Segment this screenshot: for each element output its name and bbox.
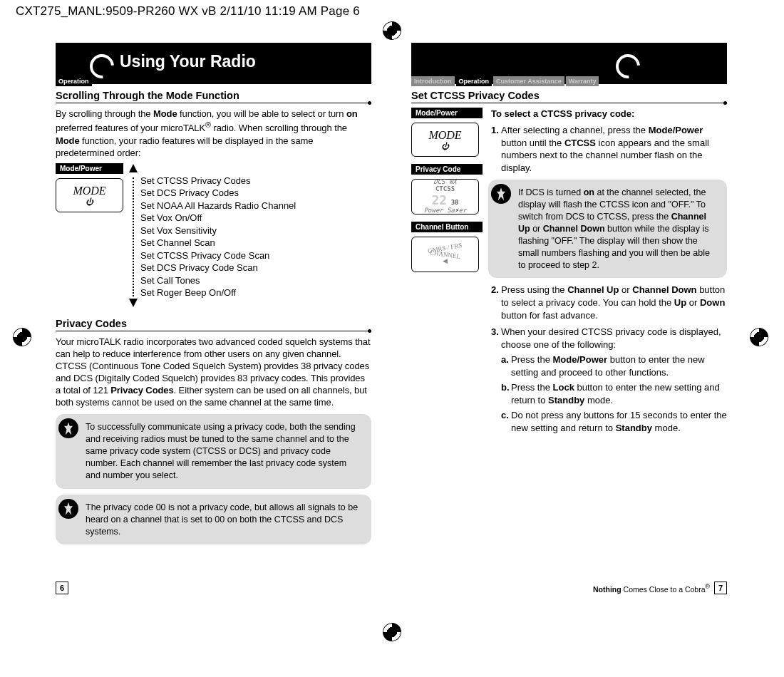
arrow-down-icon	[129, 299, 138, 307]
privacy-paragraph: Your microTALK radio incorporates two ad…	[56, 336, 371, 409]
note-icon	[58, 499, 78, 519]
step-3c: c.Do not press any buttons for 15 second…	[501, 409, 727, 434]
illo-channel-button: GMRS / FRSCHANNEL◀	[411, 237, 479, 272]
note-icon	[58, 418, 78, 438]
tab-operation: Operation	[456, 76, 492, 86]
step-3: 3. When your desired CTCSS privacy code …	[491, 326, 727, 434]
page-number-left: 6	[56, 582, 68, 594]
footer-tagline: Nothing Comes Close to a Cobra®	[593, 583, 710, 594]
registration-mark-right	[750, 328, 771, 349]
section-heading-ctcss: Set CTCSS Privacy Codes	[411, 90, 727, 103]
logo-swirl-icon	[609, 47, 641, 80]
illo-label-modepower: Mode/Power	[411, 108, 483, 118]
illo-mode-button: MODE ⏻	[56, 178, 123, 212]
page-left: Using Your Radio Operation Scrolling Thr…	[38, 43, 391, 620]
right-footer: Nothing Comes Close to a Cobra® 7	[593, 582, 727, 594]
illo-label-privacy-code: Privacy Code	[411, 164, 483, 175]
mode-intro-paragraph: By scrolling through the Mode function, …	[56, 108, 371, 159]
section-heading-mode: Scrolling Through the Mode Function	[56, 90, 371, 103]
illo-label-modepower: Mode/Power	[56, 163, 123, 174]
tab-introduction: Introduction	[411, 76, 455, 86]
tab-operation: Operation	[56, 76, 92, 86]
ctcss-lead: To select a CTCSS privacy code:	[491, 108, 727, 120]
proof-slug: CXT275_MANL:9509-PR260 WX vB 2/11/10 11:…	[16, 4, 360, 19]
arrow-up-icon	[129, 164, 138, 172]
registration-mark-bottom	[381, 621, 403, 643]
registration-mark-top	[381, 20, 403, 41]
page-spread: Using Your Radio Operation Scrolling Thr…	[38, 43, 744, 620]
left-footer: 6	[56, 582, 68, 594]
tab-customer-assistance: Customer Assistance	[493, 76, 564, 86]
mode-order-list: Set CTCSS Privacy Codes Set DCS Privacy …	[130, 163, 296, 311]
illo-mode-button: MODE ⏻	[411, 123, 479, 157]
chapter-title: Using Your Radio	[120, 52, 256, 71]
right-header: Introduction Operation Customer Assistan…	[411, 43, 727, 86]
page-number-right: 7	[714, 582, 727, 594]
left-header: Using Your Radio Operation	[56, 43, 371, 86]
note-box-1: To successfully communicate using a priv…	[56, 414, 371, 488]
note-box-dcs: If DCS is turned on at the channel selec…	[488, 180, 727, 278]
registration-mark-left	[13, 328, 34, 349]
tab-warranty: Warranty	[566, 76, 599, 86]
step-1: 1. After selecting a channel, press the …	[491, 124, 727, 174]
note-box-2: The privacy code 00 is not a privacy cod…	[56, 495, 371, 545]
mode-illustration-row: Mode/Power MODE ⏻ Set CTCSS Privacy Code…	[56, 163, 371, 311]
step-3b: b.Press the Lock button to enter the new…	[501, 381, 727, 406]
step-2: 2. Press using the Channel Up or Channel…	[491, 284, 727, 321]
logo-swirl-icon	[83, 47, 115, 80]
section-heading-privacy: Privacy Codes	[56, 318, 371, 331]
step-3a: a.Press the Mode/Power button to enter t…	[501, 353, 727, 378]
illo-label-channel-button: Channel Button	[411, 222, 483, 232]
page-right: Introduction Operation Customer Assistan…	[391, 43, 744, 620]
note-icon	[491, 184, 511, 204]
ctcss-content: Mode/Power MODE ⏻ Privacy Code DCS WXCTC…	[411, 108, 727, 438]
illo-privacy-display: DCS WXCTCSS22 38Power Sa⚡er	[411, 179, 479, 215]
